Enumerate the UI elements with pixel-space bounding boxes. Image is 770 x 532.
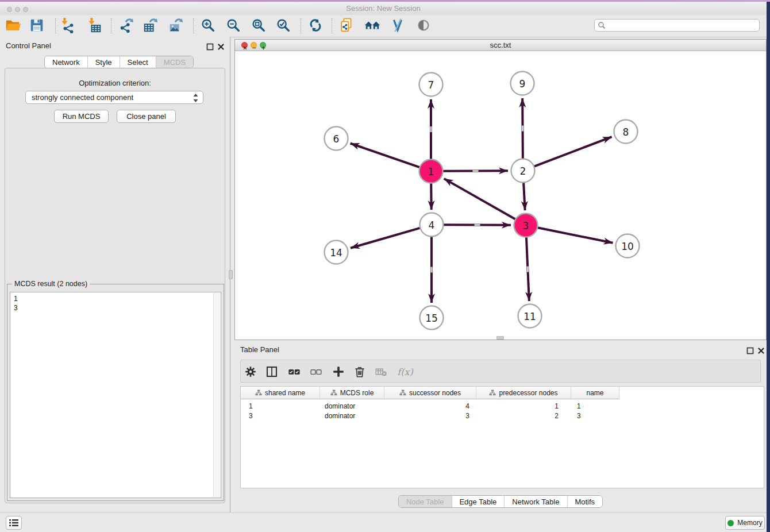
deselect-all-icon[interactable] [307,363,325,380]
graph-edge-1-6[interactable] [351,143,420,167]
open-session-icon[interactable] [4,17,21,34]
float-panel-icon[interactable] [746,346,754,354]
tab-motifs[interactable]: Motifs [567,496,602,507]
column-header-label: MCDS role [340,389,374,397]
save-session-icon[interactable] [28,17,45,34]
horizontal-splitter-handle[interactable] [496,336,504,340]
zoom-out-icon[interactable] [225,17,242,34]
table-cell[interactable]: 2 [476,412,571,420]
level-of-detail-eye-icon[interactable] [415,17,432,34]
column-header-MCDS-role[interactable]: MCDS role [320,387,384,399]
import-network-icon[interactable] [59,17,76,34]
graph-node-8[interactable]: 8 [614,120,638,144]
graph-node-15[interactable]: 15 [420,306,444,330]
graph-edge-2-3[interactable] [523,183,525,210]
column-header-shared-name[interactable]: shared name [241,387,320,399]
graph-node-11[interactable]: 11 [518,304,542,328]
vertical-splitter-handle[interactable] [229,270,233,279]
graph-edge-4-14[interactable] [351,228,420,248]
table-row[interactable]: 1dominator411 [241,401,764,411]
column-header-predecessor-nodes[interactable]: predecessor nodes [476,387,571,399]
table-panel-tabs: Node TableEdge TableNetwork TableMotifs [398,495,603,508]
import-table-icon[interactable] [86,17,103,34]
column-header-label: predecessor nodes [499,389,557,397]
function-builder-icon[interactable]: f(x) [396,363,414,380]
settings-gear-icon[interactable] [242,363,259,380]
network-window-titlebar[interactable]: scc.txt [235,40,766,51]
run-mcds-button[interactable]: Run MCDS [54,110,109,123]
table-cell[interactable]: 3 [241,412,320,420]
network-canvas[interactable]: 1234678910111415 [235,51,766,341]
optimization-criterion-dropdown[interactable]: strongly connected component [25,91,203,104]
export-network-icon[interactable] [118,17,135,34]
column-header-name[interactable]: name [571,387,619,399]
table-cell[interactable]: dominator [320,402,384,410]
export-table-icon[interactable] [142,17,159,34]
graph-node-4[interactable]: 4 [420,213,444,237]
task-history-button[interactable] [6,516,22,530]
close-panel-icon[interactable] [217,43,225,50]
table-cell[interactable]: dominator [320,412,384,420]
zoom-selected-icon[interactable] [275,17,292,34]
table-panel-title: Table Panel [240,345,279,354]
scrollbar-track[interactable] [213,293,220,497]
graph-node-1[interactable]: 1 [419,160,443,183]
graph-node-10[interactable]: 10 [616,234,640,258]
search-icon [598,21,606,29]
table-cell[interactable]: 1 [476,402,571,410]
tab-edge-table[interactable]: Edge Table [452,496,505,507]
graph-edge-2-8[interactable] [534,137,612,166]
column-header-successor-nodes[interactable]: successor nodes [384,387,476,399]
memory-button[interactable]: Memory [725,516,765,530]
home-icon[interactable] [364,17,381,34]
close-panel-button[interactable]: Close panel [117,110,176,123]
graph-edge-3-10[interactable] [538,228,613,243]
column-header-label: successor nodes [409,389,461,397]
node-label: 1 [428,166,434,178]
graph-node-6[interactable]: 6 [325,127,348,151]
tab-mcds[interactable]: MCDS [156,56,193,68]
tab-network[interactable]: Network [45,56,88,68]
table-cell[interactable]: 3 [384,412,476,420]
apply-layout-icon[interactable] [307,17,324,34]
list-icon [9,519,18,527]
table-cell[interactable]: 4 [384,402,476,410]
search-input[interactable] [606,20,759,31]
node-label: 14 [330,247,342,259]
sort-hierarchy-icon [255,390,262,396]
tab-node-table[interactable]: Node Table [399,496,452,507]
window-title: Session: New Session [0,4,767,13]
zoom-fit-icon[interactable] [250,17,267,34]
column-header-label: shared name [265,389,305,397]
export-image-icon[interactable] [167,17,184,34]
graph-node-14[interactable]: 14 [325,241,348,264]
delete-table-icon[interactable] [372,363,390,380]
node-label: 11 [523,311,536,322]
zoom-in-icon[interactable] [199,17,217,34]
table-cell[interactable]: 1 [571,402,619,410]
graph-node-2[interactable]: 2 [511,159,535,183]
float-panel-icon[interactable] [206,43,214,50]
badge-icon[interactable] [389,17,406,34]
clone-network-icon[interactable] [338,17,356,34]
node-label: 15 [425,313,438,324]
graph-node-3[interactable]: 3 [514,214,538,237]
tab-network-table[interactable]: Network Table [505,496,567,507]
control-panel-title: Control Panel [6,41,51,50]
table-cell[interactable]: 1 [241,402,320,410]
mcds-result-text[interactable]: 1 3 [10,292,221,498]
tab-style[interactable]: Style [88,56,120,68]
graph-node-7[interactable]: 7 [419,73,443,97]
network-title: scc.txt [235,41,766,49]
tab-select[interactable]: Select [120,56,156,68]
table-cell[interactable]: 3 [571,412,619,420]
select-all-icon[interactable] [286,363,303,380]
table-row[interactable]: 3dominator323 [241,411,764,421]
graph-node-9[interactable]: 9 [511,72,534,95]
graph-edge-3-1[interactable] [444,179,515,219]
delete-row-trash-icon[interactable] [351,363,368,380]
edge-label-mark [474,224,480,226]
add-row-icon[interactable] [330,363,347,380]
close-panel-icon[interactable] [757,346,765,354]
column-selector-icon[interactable] [263,363,280,380]
